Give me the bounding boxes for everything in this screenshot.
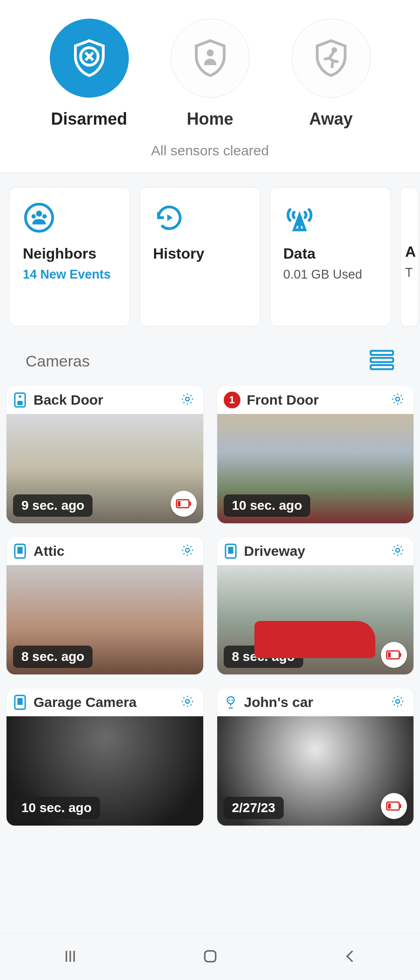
data-antenna-icon — [283, 227, 316, 235]
mode-disarmed[interactable]: Disarmed — [50, 19, 129, 129]
svg-rect-8 — [371, 358, 393, 362]
mode-away-label: Away — [292, 109, 371, 129]
svg-point-32 — [231, 700, 233, 701]
neighbors-sub: 14 New Events — [23, 266, 117, 284]
history-icon — [153, 227, 186, 235]
svg-rect-25 — [400, 653, 401, 657]
camera-time: 8 sec. ago — [224, 646, 303, 668]
svg-point-20 — [186, 548, 189, 552]
camera-rect-icon — [13, 694, 27, 710]
svg-point-5 — [32, 214, 36, 218]
svg-point-33 — [396, 700, 400, 703]
camera-preview[interactable]: 9 sec. ago — [7, 414, 203, 523]
history-title: History — [153, 245, 247, 262]
svg-point-6 — [42, 214, 47, 218]
camera-time: 8 sec. ago — [13, 646, 93, 668]
gear-icon[interactable] — [180, 392, 195, 408]
camera-rect-icon — [13, 543, 27, 559]
svg-rect-35 — [400, 804, 401, 808]
svg-point-23 — [396, 548, 400, 552]
camera-name: Back Door — [33, 392, 173, 408]
camera-preview[interactable]: 10 sec. ago — [217, 414, 414, 523]
info-cards-row: Neighbors 14 New Events History Data 0.0… — [0, 173, 420, 331]
shield-x-icon — [50, 19, 129, 98]
gear-icon[interactable] — [390, 392, 405, 408]
sensors-status: All sensors cleared — [0, 143, 420, 159]
mode-disarmed-label: Disarmed — [50, 109, 129, 129]
camera-card-johns-car[interactable]: John's car 2/27/23 — [217, 688, 414, 826]
arm-modes-row: Disarmed Home Away — [0, 19, 420, 129]
camera-rect-icon — [13, 392, 27, 408]
svg-point-1 — [207, 49, 213, 56]
svg-rect-15 — [189, 502, 191, 506]
neighbors-icon — [23, 227, 55, 235]
shield-running-icon — [292, 19, 371, 98]
camera-card-back-door[interactable]: Back Door 9 sec. ago — [7, 386, 203, 523]
history-card[interactable]: History — [140, 187, 260, 327]
camera-preview[interactable]: 10 sec. ago — [7, 716, 203, 826]
svg-point-29 — [186, 700, 189, 703]
svg-rect-12 — [17, 401, 22, 405]
mode-home[interactable]: Home — [171, 19, 250, 129]
gear-icon[interactable] — [180, 694, 195, 711]
camera-time: 10 sec. ago — [13, 797, 100, 819]
battery-low-icon — [381, 642, 407, 668]
gear-icon[interactable] — [180, 543, 195, 560]
camera-preview[interactable]: 8 sec. ago — [217, 565, 414, 674]
data-card[interactable]: Data 0.01 GB Used — [270, 187, 391, 327]
camera-grid: Back Door 9 sec. ago 1 Front Door 10 sec… — [0, 381, 420, 840]
gear-icon[interactable] — [390, 694, 405, 711]
list-view-icon[interactable] — [369, 350, 394, 372]
svg-point-30 — [227, 697, 234, 704]
mode-home-label: Home — [171, 109, 250, 129]
svg-rect-26 — [388, 652, 391, 657]
svg-rect-28 — [17, 698, 22, 705]
data-sub: 0.01 GB Used — [283, 266, 377, 284]
camera-name: Attic — [33, 543, 173, 559]
camera-name: Garage Camera — [33, 694, 173, 710]
neighbors-title: Neighbors — [23, 245, 117, 262]
camera-rect-icon — [224, 543, 238, 559]
svg-rect-36 — [388, 803, 391, 808]
data-title: Data — [283, 245, 377, 262]
svg-point-17 — [396, 397, 400, 401]
cameras-header: Cameras — [0, 331, 420, 381]
camera-time: 9 sec. ago — [13, 494, 93, 517]
battery-low-icon — [171, 491, 197, 517]
camera-time: 2/27/23 — [224, 797, 284, 819]
cameras-title: Cameras — [26, 352, 90, 370]
svg-rect-16 — [178, 501, 180, 506]
battery-low-icon — [381, 793, 407, 819]
svg-point-31 — [228, 700, 230, 701]
camera-card-driveway[interactable]: Driveway 8 sec. ago — [217, 537, 414, 674]
svg-rect-22 — [228, 547, 233, 554]
alert-badge: 1 — [224, 392, 240, 408]
camera-card-attic[interactable]: Attic 8 sec. ago — [7, 537, 203, 674]
svg-point-11 — [19, 395, 21, 398]
svg-point-4 — [36, 211, 42, 217]
camera-name: Front Door — [247, 392, 384, 408]
svg-point-13 — [186, 397, 189, 401]
next-card-peek[interactable]: A T — [400, 187, 419, 327]
camera-card-front-door[interactable]: 1 Front Door 10 sec. ago — [217, 386, 414, 523]
camera-time: 10 sec. ago — [224, 494, 311, 517]
shield-person-icon — [171, 19, 250, 98]
neighbors-card[interactable]: Neighbors 14 New Events — [9, 187, 130, 327]
mode-away[interactable]: Away — [292, 19, 371, 129]
svg-point-3 — [26, 204, 53, 231]
svg-rect-19 — [17, 547, 22, 554]
camera-card-garage[interactable]: Garage Camera 10 sec. ago — [7, 688, 203, 826]
camera-name: John's car — [244, 694, 384, 710]
svg-rect-9 — [371, 365, 393, 369]
camera-preview[interactable]: 2/27/23 — [217, 716, 414, 826]
arm-panel: Disarmed Home Away All se — [0, 0, 420, 173]
gear-icon[interactable] — [390, 543, 405, 560]
camera-preview[interactable]: 8 sec. ago — [7, 565, 203, 674]
camera-round-icon — [224, 695, 238, 709]
svg-rect-7 — [371, 351, 393, 355]
camera-name: Driveway — [244, 543, 384, 559]
